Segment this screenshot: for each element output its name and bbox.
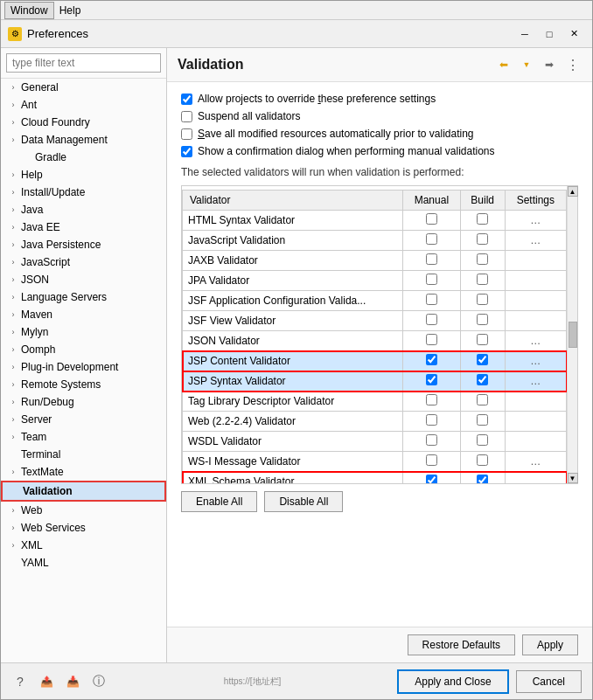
sidebar-item-terminal[interactable]: Terminal: [1, 446, 166, 463]
sidebar-item-oomph[interactable]: ›Oomph: [1, 341, 166, 358]
settings-cell[interactable]: …: [505, 331, 566, 351]
settings-cell[interactable]: …: [505, 351, 566, 371]
table-scroll[interactable]: Validator Manual Build Settings HTML Syn…: [182, 186, 567, 483]
build-checkbox[interactable]: [477, 314, 488, 325]
manual-checkbox[interactable]: [426, 434, 437, 446]
sidebar-item-plug-in-development[interactable]: ›Plug-in Development: [1, 358, 166, 376]
manual-checkbox[interactable]: [426, 233, 437, 245]
allow-override-checkbox[interactable]: [181, 94, 192, 105]
sidebar: ›General ›Ant ›Cloud Foundry ›Data Manag…: [1, 48, 167, 662]
forward-icon-btn[interactable]: ➡: [540, 55, 559, 74]
settings-cell[interactable]: …: [505, 231, 566, 251]
settings-cell[interactable]: …: [505, 452, 566, 472]
more-icon-btn[interactable]: ⋮: [562, 55, 582, 74]
sidebar-item-install-update[interactable]: ›Install/Update: [1, 184, 166, 201]
maximize-button[interactable]: □: [538, 25, 561, 43]
show-confirmation-checkbox[interactable]: [181, 146, 192, 157]
sidebar-item-language-servers[interactable]: ›Language Servers: [1, 288, 166, 306]
close-button[interactable]: ✕: [562, 25, 585, 43]
manual-checkbox[interactable]: [426, 274, 437, 285]
build-checkbox[interactable]: [477, 434, 488, 446]
build-checkbox[interactable]: [477, 354, 488, 365]
sidebar-item-gradle[interactable]: Gradle: [1, 149, 166, 166]
enable-all-button[interactable]: Enable All: [181, 491, 257, 512]
manual-checkbox[interactable]: [426, 414, 437, 426]
sidebar-item-java-ee[interactable]: ›Java EE: [1, 218, 166, 236]
build-checkbox[interactable]: [477, 294, 488, 305]
sidebar-item-java[interactable]: ›Java: [1, 201, 166, 218]
apply-button[interactable]: Apply: [522, 634, 578, 655]
allow-override-label: Allow projects to override these prefere…: [198, 93, 436, 105]
import-icon[interactable]: 📥: [64, 673, 81, 690]
filter-input[interactable]: [6, 53, 161, 73]
manual-checkbox[interactable]: [426, 374, 437, 385]
dropdown-icon-btn[interactable]: ▼: [517, 55, 536, 74]
sidebar-item-general[interactable]: ›General: [1, 79, 166, 96]
cancel-button[interactable]: Cancel: [516, 670, 582, 693]
export-icon[interactable]: 📤: [38, 673, 55, 690]
arrow-icon: [10, 486, 20, 496]
enable-disable-row: Enable All Disable All: [181, 484, 578, 516]
build-checkbox[interactable]: [477, 475, 488, 483]
sidebar-item-xml[interactable]: ›XML: [1, 537, 166, 554]
disable-all-button[interactable]: Disable All: [264, 491, 343, 512]
build-checkbox[interactable]: [477, 334, 488, 345]
scroll-down-button[interactable]: ▼: [568, 473, 578, 483]
manual-checkbox[interactable]: [426, 334, 437, 345]
sidebar-item-maven[interactable]: ›Maven: [1, 306, 166, 323]
arrow-icon: ›: [8, 309, 18, 320]
manual-checkbox[interactable]: [426, 394, 437, 405]
back-icon-btn[interactable]: ⬅: [494, 55, 513, 74]
menu-help[interactable]: Help: [54, 3, 87, 18]
sidebar-item-mylyn[interactable]: ›Mylyn: [1, 323, 166, 341]
build-checkbox[interactable]: [477, 454, 488, 466]
sidebar-item-json[interactable]: ›JSON: [1, 271, 166, 288]
validators-table-container: Validator Manual Build Settings HTML Syn…: [181, 185, 578, 484]
apply-close-button[interactable]: Apply and Close: [397, 669, 508, 694]
info-icon[interactable]: ⓘ: [90, 673, 108, 690]
manual-checkbox[interactable]: [426, 213, 437, 225]
suspend-all-checkbox[interactable]: [181, 111, 192, 122]
sidebar-item-ant[interactable]: ›Ant: [1, 96, 166, 114]
save-all-checkbox[interactable]: [181, 128, 192, 140]
sidebar-item-remote-systems[interactable]: ›Remote Systems: [1, 376, 166, 393]
manual-checkbox[interactable]: [426, 294, 437, 305]
manual-checkbox[interactable]: [426, 475, 437, 483]
sidebar-item-web-services[interactable]: ›Web Services: [1, 519, 166, 537]
settings-cell[interactable]: …: [505, 211, 566, 231]
settings-cell[interactable]: …: [505, 472, 566, 484]
scroll-up-button[interactable]: ▲: [568, 186, 578, 197]
sidebar-item-java-persistence[interactable]: ›Java Persistence: [1, 236, 166, 253]
validator-name: JAXB Validator: [183, 251, 403, 271]
build-checkbox[interactable]: [477, 374, 488, 385]
build-checkbox[interactable]: [477, 253, 488, 265]
scroll-thumb[interactable]: [569, 322, 577, 348]
sidebar-item-data-management[interactable]: ›Data Management: [1, 131, 166, 149]
minimize-button[interactable]: ─: [513, 25, 536, 43]
restore-defaults-button[interactable]: Restore Defaults: [408, 634, 515, 655]
manual-checkbox[interactable]: [426, 354, 437, 365]
manual-checkbox[interactable]: [426, 454, 437, 466]
sidebar-item-web[interactable]: ›Web: [1, 502, 166, 519]
sidebar-item-javascript[interactable]: ›JavaScript: [1, 253, 166, 271]
manual-checkbox[interactable]: [426, 314, 437, 325]
sidebar-item-cloud-foundry[interactable]: ›Cloud Foundry: [1, 114, 166, 131]
build-checkbox[interactable]: [477, 233, 488, 245]
menu-window[interactable]: Window: [4, 2, 54, 19]
build-checkbox[interactable]: [477, 414, 488, 426]
checkbox-allow-override: Allow projects to override these prefere…: [181, 93, 578, 105]
sidebar-item-team[interactable]: ›Team: [1, 428, 166, 446]
sidebar-item-textmate[interactable]: ›TextMate: [1, 463, 166, 481]
build-checkbox[interactable]: [477, 274, 488, 285]
settings-cell[interactable]: …: [505, 371, 566, 392]
manual-checkbox[interactable]: [426, 253, 437, 265]
sidebar-item-validation[interactable]: Validation: [1, 481, 166, 502]
build-checkbox[interactable]: [477, 213, 488, 225]
sidebar-item-server[interactable]: ›Server: [1, 411, 166, 428]
build-checkbox[interactable]: [477, 394, 488, 405]
sidebar-item-yaml[interactable]: YAML: [1, 554, 166, 572]
sidebar-item-run-debug[interactable]: ›Run/Debug: [1, 393, 166, 411]
manual-cell: [403, 412, 461, 432]
sidebar-item-help[interactable]: ›Help: [1, 166, 166, 184]
help-icon[interactable]: ?: [11, 673, 29, 690]
